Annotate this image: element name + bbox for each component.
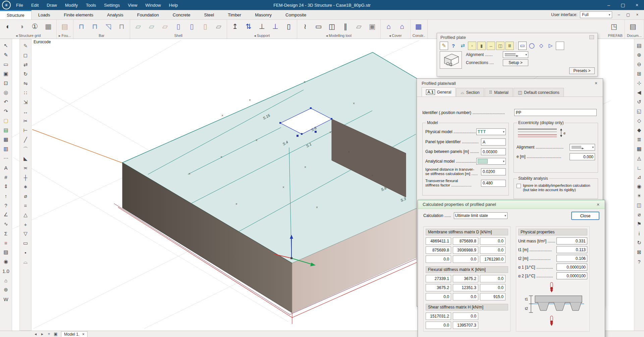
identifier-input[interactable]: PP — [514, 109, 597, 116]
calc-dialog-close-icon[interactable]: × — [595, 202, 601, 207]
swap-direction-icon[interactable]: ⇄ — [459, 42, 467, 50]
rigid-link-icon[interactable]: ∥ — [339, 20, 352, 33]
save-icon[interactable]: ▣ — [2, 69, 10, 78]
doc-minimize-icon[interactable]: – — [615, 12, 623, 17]
maximize-icon[interactable]: ▢ — [616, 2, 630, 8]
tab-steel[interactable]: Steel — [198, 10, 221, 19]
toolbar-group-label-shell[interactable]: Shell — [130, 33, 227, 39]
lock-icon[interactable]: ⊠ — [635, 247, 644, 257]
hash-icon[interactable]: # — [2, 172, 10, 182]
release-icon[interactable]: ▱ — [352, 20, 366, 33]
multi-panel-icon[interactable]: Ⅲ — [505, 42, 514, 50]
mirror-icon[interactable]: ⇋ — [21, 79, 30, 88]
toolbar-group-label-foundation[interactable]: ▸ Fou... — [57, 33, 73, 39]
grid-icon[interactable]: ▦ — [2, 135, 10, 144]
point-support-group-icon[interactable]: ⇅ — [242, 20, 255, 33]
axis-numbering-icon[interactable]: ① — [28, 20, 42, 33]
ignored-distance-input[interactable]: 0.0200 — [481, 168, 506, 175]
open-icon[interactable]: ▭ — [2, 60, 10, 69]
array-icon[interactable]: ∷ — [21, 88, 30, 98]
documentation-icon[interactable]: ▤ — [626, 20, 640, 33]
gap-input[interactable]: 0.00300 — [481, 148, 506, 155]
region-icon[interactable]: ▢ — [2, 116, 10, 125]
explode-icon[interactable]: ∗ — [21, 182, 30, 191]
ortho-icon[interactable]: ∟ — [635, 163, 644, 172]
wall-hollowcore-icon[interactable]: ▯ — [185, 20, 199, 33]
clipboard-icon[interactable]: ▥ — [2, 144, 10, 154]
camera-icon[interactable]: ◉ — [635, 182, 644, 191]
tab-timber[interactable]: Timber — [221, 10, 248, 19]
panel-type-input[interactable]: A — [481, 138, 506, 146]
tab-section[interactable]: ⌓ Section — [456, 88, 484, 97]
bar-more-icon[interactable]: ⊓ — [115, 20, 128, 33]
stability-checkbox[interactable] — [517, 184, 521, 188]
curve-icon[interactable]: ⌓ — [21, 257, 30, 267]
point-icon[interactable]: • — [21, 248, 30, 257]
analytical-model-select[interactable]: ▾ — [476, 158, 506, 165]
model-tab[interactable]: Model 1. × — [61, 331, 88, 337]
plate-icon[interactable]: ▱ — [131, 20, 145, 33]
window-list-icon[interactable]: ▣ — [52, 332, 59, 336]
dimension-icon[interactable]: ⇕ — [2, 182, 10, 191]
tab-structure[interactable]: Structure — [0, 10, 32, 19]
fictitious-bar-icon[interactable]: ≀ — [299, 20, 312, 33]
presets-button[interactable]: Presets > — [569, 67, 595, 74]
find-icon[interactable]: ◉ — [2, 257, 10, 266]
options-icon[interactable]: ⋯ — [2, 154, 10, 163]
query-icon[interactable]: ? — [2, 201, 10, 210]
shell-more-icon[interactable]: ▱ — [212, 20, 225, 33]
tab-finite-elements[interactable]: Finite elements — [57, 10, 100, 19]
section-box-icon[interactable]: ◫ — [635, 201, 644, 210]
tab-analysis[interactable]: Analysis — [100, 10, 130, 19]
alignment-select[interactable]: ▾ — [503, 51, 528, 58]
extend-icon[interactable]: ⊢ — [21, 126, 30, 135]
plate-hollowcore-icon[interactable]: ▱ — [145, 20, 158, 33]
plane-cover-icon[interactable]: ⌂ — [382, 20, 395, 33]
tab-default-connections[interactable]: ◫ Default connections — [514, 88, 564, 97]
dialog-close-icon[interactable]: × — [593, 80, 599, 86]
e-value-input[interactable]: 0.000 — [570, 153, 595, 160]
zoom-out-icon[interactable]: ⊖ — [635, 60, 644, 69]
storey-partial-icon[interactable]: ◑ — [15, 20, 28, 33]
construction-grid-icon[interactable]: ▦ — [412, 20, 425, 33]
rect-tool-icon[interactable]: ▭ — [21, 238, 30, 248]
scroll-left-icon[interactable]: ◂ — [32, 332, 39, 336]
menu-tools[interactable]: Tools — [86, 3, 96, 8]
trim-icon[interactable]: ✂ — [21, 116, 30, 126]
wall-icon[interactable]: ▯ — [172, 20, 185, 33]
physical-model-select[interactable]: TTT ▾ — [476, 128, 506, 135]
structure-grid-icon[interactable]: ▦ — [42, 20, 55, 33]
filter-icon[interactable]: ≡ — [2, 238, 10, 247]
refresh-icon[interactable]: ↻ — [635, 238, 644, 247]
diaphragm-icon[interactable]: ◫ — [325, 20, 339, 33]
toolbar-group-label-support[interactable]: ◂ Support — [227, 33, 297, 39]
tab-concrete[interactable]: Concrete — [166, 10, 198, 19]
axes-icon[interactable]: ⊿ — [635, 172, 644, 182]
define-icon[interactable]: ✎ — [440, 42, 448, 50]
add-point-icon[interactable]: + — [21, 220, 30, 229]
span-direction-icon[interactable]: ↔ — [487, 42, 495, 50]
calc-dialog-title-bar[interactable]: Calculated properties of profiled panel … — [418, 200, 605, 209]
menu-modify[interactable]: Modify — [65, 3, 78, 8]
menu-window[interactable]: Window — [145, 3, 161, 8]
help-icon[interactable]: ? — [449, 42, 458, 50]
rotate-icon[interactable]: ↻ — [21, 69, 30, 79]
erase-icon[interactable]: ◻ — [21, 51, 30, 60]
render-icon[interactable]: ☀ — [635, 191, 644, 201]
pencil-icon[interactable]: ✎ — [2, 50, 10, 60]
add-model-tab-icon[interactable]: + — [46, 332, 52, 336]
move-icon[interactable]: ⇄ — [21, 60, 30, 69]
up-arrow-icon[interactable]: ↑ — [2, 191, 10, 201]
transverse-factor-input[interactable]: 0.480 — [481, 180, 506, 187]
doc-close-icon[interactable]: × — [633, 12, 641, 17]
toolbar-group-label-cover[interactable]: ◂ Cover — [381, 33, 410, 39]
polygon-region-icon[interactable]: ◇ — [537, 42, 545, 50]
line-support-group-icon[interactable]: ⊥ — [269, 20, 282, 33]
connections-setup-button[interactable]: Setup > — [503, 59, 528, 66]
spline-icon[interactable]: ∿ — [2, 219, 10, 229]
rectangular-region-icon[interactable]: ▭ — [518, 42, 527, 50]
menu-view[interactable]: View — [128, 3, 137, 8]
chamfer-icon[interactable]: ◣ — [21, 154, 30, 163]
fillet-icon[interactable]: ⌒ — [21, 145, 30, 154]
foundation-slab-icon[interactable]: ▤ — [58, 20, 71, 33]
